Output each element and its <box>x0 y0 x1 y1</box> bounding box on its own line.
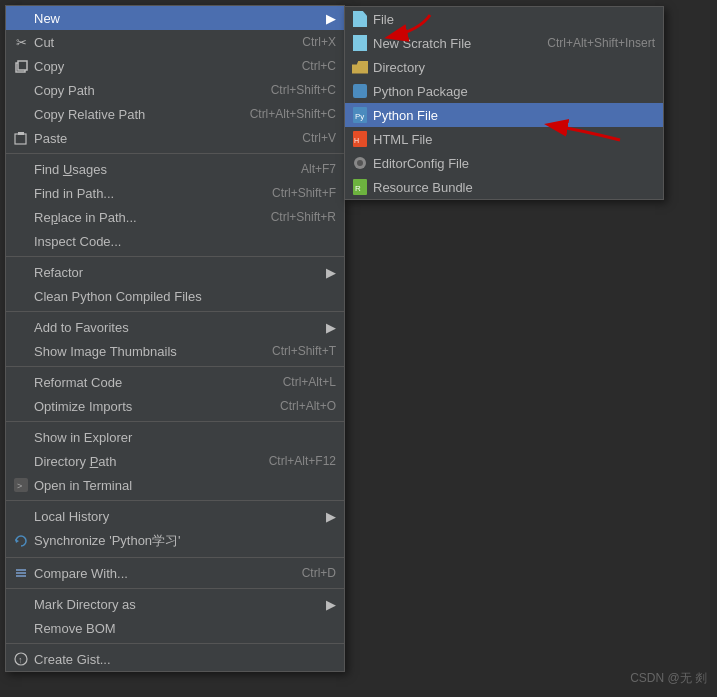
menu-item-reformat[interactable]: Reformat Code Ctrl+Alt+L <box>6 370 344 394</box>
submenu-arrow: ▶ <box>306 11 336 26</box>
menu-item-clean-python[interactable]: Clean Python Compiled Files <box>6 284 344 308</box>
dir-path-label: Directory Path <box>34 454 116 469</box>
create-gist-label: Create Gist... <box>34 652 111 667</box>
menu-item-copy[interactable]: Copy Ctrl+C <box>6 54 344 78</box>
paste-label: Paste <box>34 131 67 146</box>
menu-item-cut[interactable]: ✂ Cut Ctrl+X <box>6 30 344 54</box>
separator-8 <box>6 588 344 589</box>
menu-item-dir-path[interactable]: Directory Path Ctrl+Alt+F12 <box>6 449 344 473</box>
menu-item-create-gist[interactable]: ↑ Create Gist... <box>6 647 344 671</box>
menu-item-show-explorer[interactable]: Show in Explorer <box>6 425 344 449</box>
copy-path-label: Copy Path <box>34 83 95 98</box>
config-icon-svg <box>353 156 367 170</box>
submenu-item-python-package[interactable]: Python Package <box>345 79 663 103</box>
svg-rect-9 <box>18 61 27 70</box>
replace-path-shortcut: Ctrl+Shift+R <box>241 210 336 224</box>
separator-5 <box>6 421 344 422</box>
dir-icon-shape <box>352 61 368 74</box>
scratch-icon-shape <box>353 35 367 51</box>
submenu-item-resource[interactable]: R Resource Bundle <box>345 175 663 199</box>
config-icon <box>351 154 369 172</box>
find-path-label: Find in Path... <box>34 186 114 201</box>
separator-3 <box>6 311 344 312</box>
scratch-label: New Scratch File <box>373 36 471 51</box>
python-file-label: Python File <box>373 108 438 123</box>
submenu-item-html[interactable]: H HTML File <box>345 127 663 151</box>
menu-item-show-thumbnails[interactable]: Show Image Thumbnails Ctrl+Shift+T <box>6 339 344 363</box>
scissors-icon: ✂ <box>12 33 30 51</box>
scratch-shortcut: Ctrl+Alt+Shift+Insert <box>517 36 655 50</box>
terminal-label: Open in Terminal <box>34 478 132 493</box>
optimize-imports-label: Optimize Imports <box>34 399 132 414</box>
separator-6 <box>6 500 344 501</box>
copy-label: Copy <box>34 59 64 74</box>
editorconfig-label: EditorConfig File <box>373 156 469 171</box>
local-history-label: Local History <box>34 509 109 524</box>
favorites-arrow: ▶ <box>306 320 336 335</box>
cut-label: Cut <box>34 35 54 50</box>
menu-item-paste[interactable]: Paste Ctrl+V <box>6 126 344 150</box>
submenu-item-editorconfig[interactable]: EditorConfig File <box>345 151 663 175</box>
menu-item-refactor[interactable]: Refactor ▶ <box>6 260 344 284</box>
menu-item-synchronize[interactable]: Synchronize 'Python学习' <box>6 528 344 554</box>
resource-icon: R <box>351 178 369 196</box>
mark-dir-label: Mark Directory as <box>34 597 136 612</box>
menu-item-find-usages[interactable]: Find Usages Alt+F7 <box>6 157 344 181</box>
synchronize-label: Synchronize 'Python学习' <box>34 532 181 550</box>
refactor-label: Refactor <box>34 265 83 280</box>
menu-item-replace-path[interactable]: Replace in Path... Ctrl+Shift+R <box>6 205 344 229</box>
svg-text:↑: ↑ <box>18 655 23 665</box>
svg-text:R: R <box>355 184 361 193</box>
watermark: CSDN @无 剡 <box>630 670 707 687</box>
submenu-item-python-file[interactable]: Py Python File <box>345 103 663 127</box>
file-icon-shape <box>353 11 367 27</box>
find-usages-label: Find Usages <box>34 162 107 177</box>
copy-path-shortcut: Ctrl+Shift+C <box>241 83 336 97</box>
file-label: File <box>373 12 394 27</box>
cut-shortcut: Ctrl+X <box>272 35 336 49</box>
inspect-code-label: Inspect Code... <box>34 234 121 249</box>
submenu-new: File New Scratch File Ctrl+Alt+Shift+Ins… <box>344 6 664 200</box>
submenu-item-scratch[interactable]: New Scratch File Ctrl+Alt+Shift+Insert <box>345 31 663 55</box>
menu-item-copy-path[interactable]: Copy Path Ctrl+Shift+C <box>6 78 344 102</box>
replace-path-label: Replace in Path... <box>34 210 137 225</box>
python-pkg-icon <box>351 82 369 100</box>
show-thumbnails-shortcut: Ctrl+Shift+T <box>242 344 336 358</box>
dir-path-shortcut: Ctrl+Alt+F12 <box>239 454 336 468</box>
separator-2 <box>6 256 344 257</box>
submenu-item-directory[interactable]: Directory <box>345 55 663 79</box>
paste-icon <box>12 129 30 147</box>
separator-4 <box>6 366 344 367</box>
python-file-icon-svg: Py <box>353 107 367 123</box>
menu-item-inspect-code[interactable]: Inspect Code... <box>6 229 344 253</box>
menu-item-mark-dir[interactable]: Mark Directory as ▶ <box>6 592 344 616</box>
reformat-shortcut: Ctrl+Alt+L <box>253 375 336 389</box>
clean-python-label: Clean Python Compiled Files <box>34 289 202 304</box>
menu-item-add-favorites[interactable]: Add to Favorites ▶ <box>6 315 344 339</box>
svg-rect-10 <box>15 134 26 144</box>
separator-9 <box>6 643 344 644</box>
submenu-item-file[interactable]: File <box>345 7 663 31</box>
menu-item-copy-rel-path[interactable]: Copy Relative Path Ctrl+Alt+Shift+C <box>6 102 344 126</box>
copy-shortcut: Ctrl+C <box>272 59 336 73</box>
python-file-icon: Py <box>351 106 369 124</box>
html-icon-svg: H <box>353 131 367 147</box>
html-label: HTML File <box>373 132 432 147</box>
mark-dir-arrow: ▶ <box>306 597 336 612</box>
menu-item-compare[interactable]: Compare With... Ctrl+D <box>6 561 344 585</box>
menu-item-local-history[interactable]: Local History ▶ <box>6 504 344 528</box>
copy-icon <box>12 57 30 75</box>
menu-item-remove-bom[interactable]: Remove BOM <box>6 616 344 640</box>
resource-icon-svg: R <box>353 179 367 195</box>
new-item-wrapper: New ▶ File New Scratch File Ctrl+Alt+Shi… <box>6 6 344 30</box>
menu-item-find-path[interactable]: Find in Path... Ctrl+Shift+F <box>6 181 344 205</box>
find-usages-shortcut: Alt+F7 <box>271 162 336 176</box>
menu-item-terminal[interactable]: > Open in Terminal <box>6 473 344 497</box>
show-explorer-label: Show in Explorer <box>34 430 132 445</box>
svg-marker-14 <box>15 539 19 543</box>
menu-item-optimize-imports[interactable]: Optimize Imports Ctrl+Alt+O <box>6 394 344 418</box>
refactor-arrow: ▶ <box>306 265 336 280</box>
copy-rel-path-label: Copy Relative Path <box>34 107 145 122</box>
paste-shortcut: Ctrl+V <box>272 131 336 145</box>
menu-item-new[interactable]: New ▶ <box>6 6 344 30</box>
